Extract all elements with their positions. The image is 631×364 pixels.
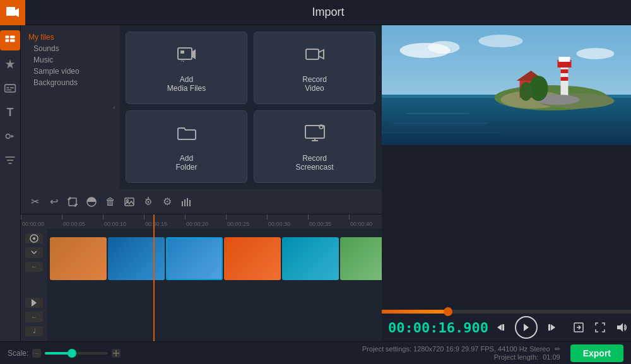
ruler-mark-2: 00:00:10: [103, 214, 126, 227]
svg-marker-40: [32, 299, 37, 307]
export-button[interactable]: Export: [570, 344, 623, 362]
tree-item-samplevideo[interactable]: Sample video: [26, 66, 104, 77]
thumbnail-6[interactable]: [340, 237, 382, 280]
track-video-label: [25, 233, 43, 244]
ruler-mark-8: 00:00:40: [349, 214, 372, 227]
svg-rect-56: [558, 57, 570, 62]
video-preview: [382, 25, 631, 310]
svg-point-45: [576, 48, 614, 59]
playhead-ruler: [153, 214, 155, 228]
sidebar-item-filters[interactable]: [0, 150, 20, 170]
skip-back-button[interactable]: [492, 318, 511, 337]
svg-marker-11: [11, 135, 15, 138]
thumbnail-3[interactable]: [166, 237, 223, 280]
svg-rect-19: [305, 126, 324, 138]
record-video-icon: [304, 43, 326, 70]
record-screencast-icon: [304, 122, 326, 149]
record-video-button[interactable]: RecordVideo: [254, 32, 375, 104]
tree-item-music[interactable]: Music: [26, 54, 104, 66]
equalizer-tool[interactable]: [177, 193, 195, 211]
export-preview-button[interactable]: [569, 318, 588, 337]
skip-fwd-button[interactable]: [541, 318, 560, 337]
play-button[interactable]: [515, 316, 538, 339]
svg-rect-2: [6, 36, 9, 38]
track-expand-label[interactable]: [25, 247, 43, 257]
svg-rect-16: [180, 50, 184, 54]
edit-settings-icon[interactable]: ✏: [555, 345, 560, 353]
svg-rect-9: [6, 90, 11, 91]
tree-item-myfiles[interactable]: My files: [26, 32, 104, 43]
svg-marker-67: [524, 324, 529, 331]
svg-point-32: [148, 201, 150, 203]
import-buttons-grid: ♫ AddMedia Files RecordVideo: [119, 25, 382, 189]
transport-controls: 00:00:16.900: [382, 314, 631, 341]
add-folder-icon: [175, 122, 198, 149]
scale-label: Scale:: [8, 349, 28, 358]
sidebar-item-captions[interactable]: [0, 78, 20, 98]
add-media-icon: ♫: [175, 43, 198, 70]
svg-rect-18: [306, 49, 319, 59]
color-tool[interactable]: [83, 193, 100, 211]
sidebar-item-effects[interactable]: [0, 54, 20, 74]
sidebar-item-transitions[interactable]: [0, 126, 20, 146]
sidebar-item-text[interactable]: T: [0, 102, 20, 122]
toolbar: ✂ ↩ 🗑: [21, 189, 382, 214]
sidebar-item-import[interactable]: [0, 30, 20, 50]
scale-control: Scale: –: [8, 349, 121, 358]
svg-marker-65: [497, 324, 502, 331]
add-media-button[interactable]: ♫ AddMedia Files: [126, 32, 247, 104]
progress-bar-container[interactable]: [382, 310, 631, 314]
svg-rect-76: [115, 350, 117, 356]
thumbnail-1[interactable]: [50, 237, 107, 280]
delete-tool[interactable]: 🗑: [102, 193, 119, 211]
svg-rect-7: [6, 87, 9, 88]
svg-rect-69: [548, 324, 550, 331]
image-tool[interactable]: [121, 193, 138, 211]
svg-rect-58: [560, 77, 568, 81]
record-video-label: RecordVideo: [302, 75, 327, 93]
undo-tool[interactable]: ↩: [45, 193, 62, 211]
svg-point-44: [478, 35, 522, 47]
page-title: Import: [25, 6, 631, 19]
scale-max-button[interactable]: [112, 349, 121, 358]
track-arrow-label[interactable]: ←: [25, 262, 43, 272]
thumbnail-2[interactable]: [108, 237, 165, 280]
file-tree: My files Sounds Music Sample video Backg…: [21, 25, 109, 189]
track-music-label: ♩: [25, 326, 43, 336]
add-media-label: AddMedia Files: [167, 75, 206, 93]
scale-slider[interactable]: [45, 352, 108, 355]
video-track: [47, 233, 382, 284]
preview-panel: 00:00:16.900: [382, 25, 631, 341]
track-play-label: [25, 298, 43, 308]
ruler-mark-0: 00:00:00: [21, 214, 44, 227]
svg-marker-74: [617, 323, 623, 332]
bottom-bar: Scale: – Project settings: 1280x720 16:9…: [0, 341, 631, 364]
tree-item-backgrounds[interactable]: Backgrounds: [26, 77, 104, 88]
timecode-display: 00:00:16.900: [388, 320, 488, 336]
settings-tool[interactable]: ⚙: [158, 193, 176, 211]
ruler-mark-3: 00:00:15: [144, 214, 167, 227]
thumbnail-4[interactable]: [224, 237, 281, 280]
collapse-panel-button[interactable]: ‹: [109, 25, 119, 189]
svg-rect-35: [184, 199, 186, 206]
fullscreen-button[interactable]: [591, 318, 610, 337]
svg-point-64: [519, 82, 532, 101]
crop-tool[interactable]: [64, 193, 81, 211]
svg-rect-29: [125, 198, 134, 206]
add-folder-button[interactable]: AddFolder: [126, 110, 247, 183]
thumbnail-5[interactable]: [282, 237, 339, 280]
scale-min-button[interactable]: –: [32, 349, 41, 358]
record-screencast-button[interactable]: RecordScreencast: [254, 110, 375, 183]
audio-tool[interactable]: [139, 193, 157, 211]
svg-rect-37: [189, 200, 191, 206]
svg-marker-68: [551, 324, 555, 331]
svg-point-63: [529, 76, 548, 101]
ruler-mark-4: 00:00:20: [185, 214, 208, 227]
track-arrow2-label[interactable]: ←: [25, 312, 43, 322]
svg-marker-1: [15, 8, 19, 17]
svg-point-43: [428, 41, 459, 54]
project-info: Project settings: 1280x720 16:9 29.97 FP…: [362, 345, 560, 361]
tree-item-sounds[interactable]: Sounds: [26, 43, 104, 54]
cut-tool[interactable]: ✂: [26, 193, 44, 211]
volume-button[interactable]: [612, 318, 631, 337]
